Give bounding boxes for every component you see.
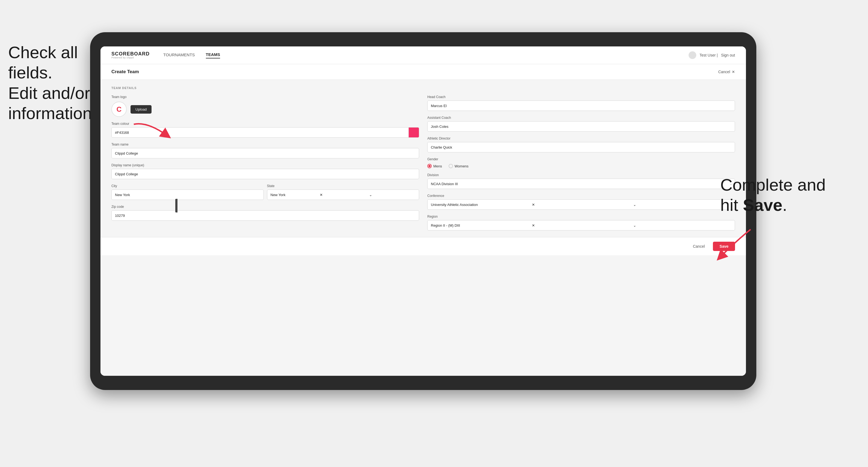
- city-group: City: [112, 184, 264, 200]
- create-team-title: Create Team: [112, 69, 139, 74]
- team-name-group: Team name: [112, 143, 419, 158]
- conference-value: University Athletic Association: [431, 203, 530, 207]
- athletic-director-label: Athletic Director: [427, 136, 735, 141]
- nav-teams[interactable]: TEAMS: [206, 52, 220, 58]
- logo-subtitle: Powered by clippd: [112, 56, 150, 59]
- conference-arrow-icon[interactable]: ⌄: [633, 203, 733, 207]
- display-name-group: Display name (unique): [112, 163, 419, 179]
- state-value: New York: [271, 193, 318, 197]
- arrow-left-icon: [131, 119, 175, 144]
- form-footer: Cancel Save: [100, 237, 746, 255]
- team-logo-label: Team logo: [112, 95, 419, 99]
- conference-label: Conference: [427, 194, 735, 198]
- team-logo-group: Team logo C Upload: [112, 95, 419, 117]
- cancel-header-button[interactable]: Cancel ✕: [718, 70, 735, 74]
- zip-label: Zip code: [112, 205, 419, 209]
- gender-womens-option[interactable]: Womens: [448, 164, 469, 168]
- state-label: State: [267, 184, 420, 188]
- section-label: TEAM DETAILS: [112, 86, 735, 90]
- assistant-coach-input[interactable]: [427, 121, 735, 132]
- division-select-wrap: NCAA Division III ⌄: [427, 179, 735, 189]
- display-name-input[interactable]: [112, 169, 419, 179]
- color-swatch[interactable]: [409, 127, 419, 138]
- zip-group: Zip code: [112, 205, 419, 221]
- city-state-group: City State New York ✕ ⌄: [112, 184, 419, 200]
- navbar-left: SCOREBOARD Powered by clippd TOURNAMENTS…: [112, 51, 220, 59]
- gender-label: Gender: [427, 157, 735, 161]
- team-name-input[interactable]: [112, 148, 419, 158]
- gender-group: Gender Mens Womens: [427, 157, 735, 168]
- state-arrow-icon[interactable]: ⌄: [369, 193, 417, 197]
- city-label: City: [112, 184, 264, 188]
- display-name-label: Display name (unique): [112, 163, 419, 167]
- region-select-wrap: Region II - (M) DIII ✕ ⌄: [427, 220, 735, 230]
- instruction-right: Complete and hit Save.: [720, 175, 826, 216]
- create-team-header: Create Team Cancel ✕: [100, 64, 746, 80]
- region-value: Region II - (M) DIII: [431, 223, 530, 227]
- logo-section: C Upload: [112, 102, 419, 117]
- tablet-device: SCOREBOARD Powered by clippd TOURNAMENTS…: [90, 32, 756, 390]
- division-select[interactable]: NCAA Division III: [427, 179, 735, 189]
- conference-clear-button[interactable]: ✕: [532, 203, 631, 207]
- tablet-side-button: [175, 199, 178, 213]
- team-logo-circle: C: [112, 102, 127, 117]
- head-coach-input[interactable]: [427, 100, 735, 111]
- womens-radio[interactable]: [448, 164, 453, 168]
- form-right: Head Coach Assistant Coach Athletic Dire…: [427, 95, 735, 230]
- navbar-right: Test User | Sign out: [689, 51, 735, 59]
- region-group: Region Region II - (M) DIII ✕ ⌄: [427, 215, 735, 230]
- zip-input[interactable]: [112, 210, 419, 221]
- assistant-coach-group: Assistant Coach: [427, 116, 735, 132]
- navbar: SCOREBOARD Powered by clippd TOURNAMENTS…: [100, 46, 746, 64]
- main-content: Create Team Cancel ✕ TEAM DETAILS: [100, 64, 746, 376]
- form-container: TEAM DETAILS Team logo C: [100, 80, 746, 237]
- athletic-director-input[interactable]: [427, 142, 735, 152]
- conference-select-wrap: University Athletic Association ✕ ⌄: [427, 199, 735, 210]
- user-avatar: [689, 51, 696, 59]
- arrow-right-icon: [699, 227, 753, 262]
- tablet-screen: SCOREBOARD Powered by clippd TOURNAMENTS…: [100, 46, 746, 376]
- logo-title: SCOREBOARD: [112, 51, 150, 56]
- city-state-row: City State New York ✕ ⌄: [112, 184, 419, 200]
- mens-radio[interactable]: [427, 164, 432, 168]
- sign-out-link[interactable]: Sign out: [721, 53, 735, 57]
- gender-mens-option[interactable]: Mens: [427, 164, 442, 168]
- upload-button[interactable]: Upload: [130, 105, 152, 114]
- gender-row: Mens Womens: [427, 164, 735, 168]
- state-clear-button[interactable]: ✕: [320, 193, 368, 197]
- conference-group: Conference University Athletic Associati…: [427, 194, 735, 210]
- state-select-wrap: New York ✕ ⌄: [267, 190, 420, 200]
- logo-area: SCOREBOARD Powered by clippd: [112, 51, 150, 59]
- division-label: Division: [427, 173, 735, 177]
- region-clear-button[interactable]: ✕: [532, 224, 631, 227]
- form-grid: Team logo C Upload Team colour: [112, 95, 735, 230]
- city-input[interactable]: [112, 190, 264, 200]
- athletic-director-group: Athletic Director: [427, 136, 735, 152]
- assistant-coach-label: Assistant Coach: [427, 116, 735, 120]
- region-label: Region: [427, 215, 735, 218]
- division-group: Division NCAA Division III ⌄: [427, 173, 735, 189]
- nav-links: TOURNAMENTS TEAMS: [163, 52, 220, 58]
- nav-tournaments[interactable]: TOURNAMENTS: [163, 53, 195, 58]
- form-left: Team logo C Upload Team colour: [112, 95, 419, 230]
- user-name: Test User |: [700, 53, 718, 57]
- head-coach-group: Head Coach: [427, 95, 735, 111]
- cancel-x-icon: ✕: [732, 70, 735, 74]
- state-group: State New York ✕ ⌄: [267, 184, 420, 200]
- head-coach-label: Head Coach: [427, 95, 735, 99]
